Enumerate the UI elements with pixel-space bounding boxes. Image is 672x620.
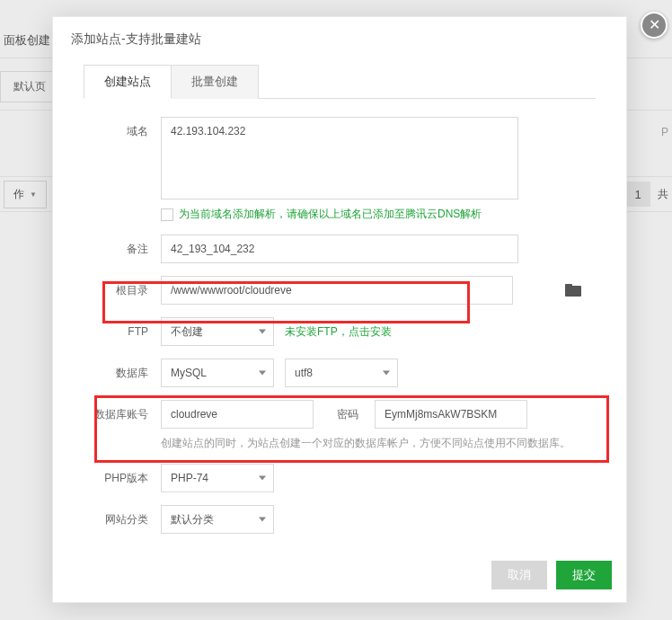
php-select[interactable]: PHP-74 bbox=[161, 464, 274, 492]
dns-checkbox[interactable]: 为当前域名添加解析，请确保以上域名已添加至腾讯云DNS解析 bbox=[161, 207, 596, 222]
label-remark: 备注 bbox=[84, 235, 161, 263]
php-select-value: PHP-74 bbox=[171, 472, 208, 484]
submit-button[interactable]: 提交 bbox=[556, 561, 612, 589]
ftp-select[interactable]: 不创建 bbox=[161, 317, 274, 346]
row-database: 数据库 MySQL utf8 bbox=[84, 359, 596, 387]
db-engine-value: MySQL bbox=[171, 367, 207, 379]
domain-textarea[interactable] bbox=[161, 117, 518, 199]
label-database: 数据库 bbox=[84, 359, 161, 387]
db-engine-select[interactable]: MySQL bbox=[161, 359, 274, 387]
label-ftp: FTP bbox=[84, 317, 161, 346]
ftp-hint[interactable]: 未安装FTP，点击安装 bbox=[285, 324, 392, 340]
row-remark: 备注 bbox=[84, 235, 596, 263]
row-db-account: 数据库账号 密码 创建站点的同时，为站点创建一个对应的数据库帐户，方便不同站点使… bbox=[84, 400, 596, 451]
add-site-modal: ✕ 添加站点-支持批量建站 创建站点 批量创建 域名 为当前域名添加解析，请确保… bbox=[52, 16, 627, 603]
tab-create-batch[interactable]: 批量创建 bbox=[172, 65, 259, 99]
close-button[interactable]: ✕ bbox=[641, 12, 668, 39]
checkbox-box-icon bbox=[161, 208, 173, 221]
chevron-down-icon bbox=[259, 518, 266, 522]
label-domain: 域名 bbox=[84, 117, 161, 146]
ftp-select-value: 不创建 bbox=[171, 324, 203, 340]
remark-input[interactable] bbox=[161, 235, 518, 263]
tabs: 创建站点 批量创建 bbox=[84, 64, 596, 99]
dns-checkbox-label: 为当前域名添加解析，请确保以上域名已添加至腾讯云DNS解析 bbox=[179, 207, 482, 222]
chevron-down-icon bbox=[259, 476, 266, 481]
folder-icon[interactable] bbox=[565, 284, 581, 297]
category-select-value: 默认分类 bbox=[171, 512, 214, 527]
chevron-down-icon bbox=[259, 371, 266, 376]
db-account-hint: 创建站点的同时，为站点创建一个对应的数据库帐户，方便不同站点使用不同数据库。 bbox=[161, 436, 596, 451]
label-password: 密码 bbox=[337, 407, 358, 422]
tab-create-single[interactable]: 创建站点 bbox=[84, 65, 172, 99]
modal-body: 创建站点 批量创建 域名 为当前域名添加解析，请确保以上域名已添加至腾讯云DNS… bbox=[53, 48, 626, 550]
db-pass-input[interactable] bbox=[375, 400, 527, 429]
modal-footer: 取消 提交 bbox=[53, 550, 626, 602]
label-db-account: 数据库账号 bbox=[84, 400, 161, 429]
chevron-down-icon bbox=[383, 371, 390, 376]
row-ftp: FTP 不创建 未安装FTP，点击安装 bbox=[84, 317, 596, 346]
category-select[interactable]: 默认分类 bbox=[161, 505, 274, 534]
label-category: 网站分类 bbox=[84, 505, 161, 534]
db-user-input[interactable] bbox=[161, 400, 314, 429]
close-icon: ✕ bbox=[649, 18, 660, 32]
db-charset-select[interactable]: utf8 bbox=[285, 359, 398, 387]
label-root: 根目录 bbox=[84, 276, 161, 305]
db-charset-value: utf8 bbox=[295, 367, 313, 379]
chevron-down-icon bbox=[259, 330, 266, 334]
modal-title: 添加站点-支持批量建站 bbox=[53, 17, 626, 48]
root-input[interactable] bbox=[161, 276, 513, 305]
row-domain: 域名 为当前域名添加解析，请确保以上域名已添加至腾讯云DNS解析 bbox=[84, 117, 596, 222]
row-php: PHP版本 PHP-74 bbox=[84, 464, 596, 492]
row-root: 根目录 bbox=[84, 276, 596, 305]
cancel-button[interactable]: 取消 bbox=[491, 561, 547, 589]
label-php: PHP版本 bbox=[84, 464, 161, 492]
form: 域名 为当前域名添加解析，请确保以上域名已添加至腾讯云DNS解析 备注 bbox=[84, 99, 596, 534]
row-category: 网站分类 默认分类 bbox=[84, 505, 596, 534]
